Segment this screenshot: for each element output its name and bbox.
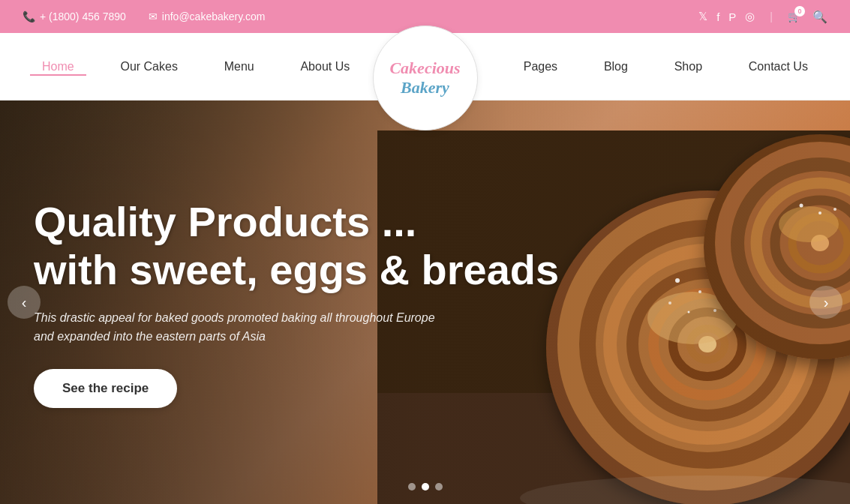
nav-item-our-cakes[interactable]: Our Cakes bbox=[108, 60, 189, 74]
pinterest-icon[interactable]: P bbox=[728, 10, 736, 23]
chevron-right-icon: › bbox=[824, 294, 829, 311]
hero-title-line1: Quality Products ... bbox=[34, 198, 416, 245]
hero-section: Quality Products ... with sweet, eggs & … bbox=[0, 100, 850, 504]
email-icon: ✉ bbox=[149, 10, 158, 22]
nav-link-menu[interactable]: Menu bbox=[212, 60, 266, 73]
carousel-next-button[interactable]: › bbox=[809, 286, 842, 319]
carousel-dots bbox=[408, 483, 443, 490]
topbar-divider: | bbox=[770, 10, 773, 22]
nav-link-about[interactable]: About Us bbox=[288, 60, 362, 73]
hero-subtitle: This drastic appeal for baked goods prom… bbox=[34, 308, 454, 346]
phone-icon: 📞 bbox=[23, 10, 35, 22]
carousel-dot-3[interactable] bbox=[435, 483, 443, 490]
search-icon[interactable]: 🔍 bbox=[812, 10, 827, 24]
logo-line1: Cakecious bbox=[389, 58, 460, 78]
hero-title: Quality Products ... with sweet, eggs & … bbox=[34, 198, 559, 295]
twitter-icon[interactable]: 𝕏 bbox=[698, 10, 707, 23]
phone-contact: 📞 + (1800) 456 7890 bbox=[23, 10, 126, 22]
hero-content: Quality Products ... with sweet, eggs & … bbox=[34, 198, 559, 408]
phone-number: + (1800) 456 7890 bbox=[40, 10, 126, 22]
nav-link-blog[interactable]: Blog bbox=[592, 60, 640, 73]
chevron-left-icon: ‹ bbox=[22, 294, 27, 311]
email-contact: ✉ info@cakebakery.com bbox=[149, 10, 266, 22]
navbar: Cakecious Bakery Home Our Cakes Menu Abo… bbox=[0, 33, 850, 100]
logo-line2: Bakery bbox=[401, 78, 449, 98]
nav-item-about[interactable]: About Us bbox=[288, 60, 362, 74]
nav-item-contact[interactable]: Contact Us bbox=[737, 60, 820, 74]
topbar-right: 𝕏 f P ◎ | 🛒 0 🔍 bbox=[698, 10, 827, 24]
nav-item-menu[interactable]: Menu bbox=[212, 60, 266, 74]
nav-link-contact[interactable]: Contact Us bbox=[737, 60, 820, 73]
nav-link-home[interactable]: Home bbox=[30, 60, 86, 76]
carousel-dot-1[interactable] bbox=[408, 483, 416, 490]
instagram-icon[interactable]: ◎ bbox=[745, 10, 755, 23]
nav-item-pages[interactable]: Pages bbox=[512, 60, 569, 74]
cart-badge: 0 bbox=[794, 6, 805, 16]
nav-link-shop[interactable]: Shop bbox=[662, 60, 714, 73]
social-icons: 𝕏 f P ◎ bbox=[698, 10, 755, 23]
facebook-icon[interactable]: f bbox=[716, 10, 719, 23]
logo: Cakecious Bakery bbox=[373, 26, 478, 130]
cart-button[interactable]: 🛒 0 bbox=[788, 10, 800, 22]
nav-link-our-cakes[interactable]: Our Cakes bbox=[108, 60, 189, 73]
carousel-dot-2[interactable] bbox=[422, 483, 429, 490]
nav-item-shop[interactable]: Shop bbox=[662, 60, 714, 74]
carousel-prev-button[interactable]: ‹ bbox=[8, 286, 41, 319]
see-recipe-button[interactable]: See the recipe bbox=[34, 369, 177, 408]
email-address: info@cakebakery.com bbox=[162, 10, 266, 22]
nav-item-blog[interactable]: Blog bbox=[592, 60, 640, 74]
nav-item-home[interactable]: Home bbox=[30, 60, 86, 74]
hero-title-line2: with sweet, eggs & breads bbox=[34, 246, 559, 293]
logo-circle: Cakecious Bakery bbox=[373, 26, 478, 130]
topbar-left: 📞 + (1800) 456 7890 ✉ info@cakebakery.co… bbox=[23, 10, 266, 22]
nav-link-pages[interactable]: Pages bbox=[512, 60, 569, 73]
